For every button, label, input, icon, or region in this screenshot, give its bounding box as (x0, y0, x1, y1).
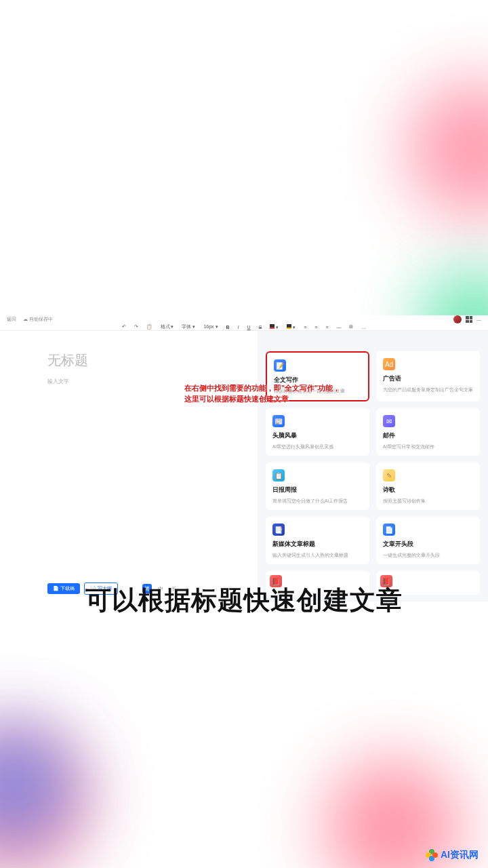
card-desc: AI帮您写日常和交流邮件 (383, 444, 473, 450)
watermark: AI资讯网 (426, 849, 479, 861)
avatar[interactable] (453, 315, 462, 323)
size-dropdown[interactable]: 16px ▾ (202, 324, 219, 330)
toolbar: ↶ ↷ 📋 格式 ▾ 字体 ▾ 16px ▾ B I U S ▾ ▾ ≡ ≡ ≡… (0, 323, 488, 331)
strike-button[interactable]: S (258, 325, 264, 330)
highlight-button[interactable]: ▾ (285, 324, 297, 330)
underline-button[interactable]: U (246, 325, 252, 330)
card-email[interactable]: ✉ 邮件 AI帮您写日常和交流邮件 (376, 408, 480, 456)
news-icon: 📰 (272, 415, 285, 427)
font-dropdown[interactable]: 字体 ▾ (180, 323, 197, 330)
apps-icon[interactable] (466, 316, 472, 323)
card-desc: 简单填写您今日做了什么AI工作报告 (272, 498, 363, 505)
italic-button[interactable]: I (237, 325, 241, 330)
text-color-button[interactable]: ▾ (268, 324, 280, 330)
card-desc: AI帮您进行头脑风暴创意灵感 (272, 444, 363, 450)
card-poetry[interactable]: ✎ 诗歌 按照主题写诗创作集 (376, 462, 480, 510)
card-report[interactable]: 📋 日报周报 简单填写您今日做了什么AI工作报告 (266, 462, 369, 510)
undo-button[interactable]: ↶ (121, 324, 127, 330)
doc-icon: 📝 (274, 359, 286, 372)
caption: 可以根据标题快速创建文章 (0, 583, 488, 618)
list-ordered-button[interactable]: ≡ (302, 325, 308, 330)
doc-title-input[interactable]: 无标题 (47, 351, 244, 370)
redo-button[interactable]: ↷ (133, 324, 140, 330)
card-title: 头脑风暴 (272, 431, 363, 440)
card-intro[interactable]: 📄 文章开头段 一键生成完整的文章开头段 (376, 517, 480, 564)
autosave-status: ☁ 自动保存中 (23, 316, 53, 323)
card-title: 全文写作 (274, 376, 361, 384)
card-title: 邮件 (383, 431, 473, 440)
card-title: 诗歌 (383, 486, 473, 494)
title-icon: 📑 (272, 524, 285, 536)
card-title: 日报周报 (272, 486, 363, 494)
format-dropdown[interactable]: 格式 ▾ (159, 323, 176, 330)
pen-icon: ✎ (383, 469, 395, 481)
mail-icon: ✉ (383, 415, 395, 427)
report-icon: 📋 (272, 469, 285, 481)
card-desc: 为您的产品或服务量身定制出广告金句文案 (383, 387, 473, 393)
back-link[interactable]: 返回 (7, 316, 16, 323)
card-brainstorm[interactable]: 📰 头脑风暴 AI帮您进行头脑风暴创意灵感 (266, 408, 369, 456)
paste-button[interactable]: 📋 (145, 324, 154, 330)
document-area[interactable]: 无标题 输入文字 📄 下载稿 📄 写大纲 简 中 长 › (0, 331, 258, 601)
hr-button[interactable]: — (335, 325, 342, 330)
card-desc: 根据标题快速创建一篇完整的文章 (274, 389, 361, 395)
table-button[interactable]: ⊞ (348, 324, 354, 330)
card-media-title[interactable]: 📑 新媒体文章标题 输入关键词生成引人入胜的文章标题 (266, 517, 369, 564)
list-task-button[interactable]: ≡ (324, 325, 329, 330)
intro-icon: 📄 (383, 524, 395, 536)
card-desc: 按照主题写诗创作集 (383, 498, 473, 505)
app-window: 返回 ☁ 自动保存中 — ↶ ↷ 📋 格式 ▾ 字体 ▾ 16px ▾ B I … (0, 315, 488, 553)
card-title: 广告语 (383, 374, 473, 383)
card-title: 文章开头段 (383, 540, 473, 549)
minimize-icon[interactable]: — (476, 317, 481, 322)
list-unordered-button[interactable]: ≡ (313, 325, 319, 330)
card-title: 新媒体文章标题 (272, 540, 363, 549)
ad-icon: Ad (383, 358, 395, 370)
card-desc: 一键生成完整的文章开头段 (383, 553, 473, 559)
card-ad[interactable]: Ad 广告语 为您的产品或服务量身定制出广告金句文案 (376, 351, 480, 401)
bold-button[interactable]: B (225, 325, 231, 330)
more-button[interactable]: … (360, 325, 367, 330)
card-desc: 输入关键词生成引人入胜的文章标题 (272, 553, 363, 559)
doc-body-input[interactable]: 输入文字 (47, 378, 244, 385)
flower-icon (426, 849, 438, 861)
template-panel: 📝 全文写作 根据标题快速创建一篇完整的文章 Ad 广告语 为您的产品或服务量身… (258, 331, 488, 601)
top-bar: 返回 ☁ 自动保存中 — (0, 315, 488, 323)
card-fulltext[interactable]: 📝 全文写作 根据标题快速创建一篇完整的文章 (266, 351, 369, 401)
